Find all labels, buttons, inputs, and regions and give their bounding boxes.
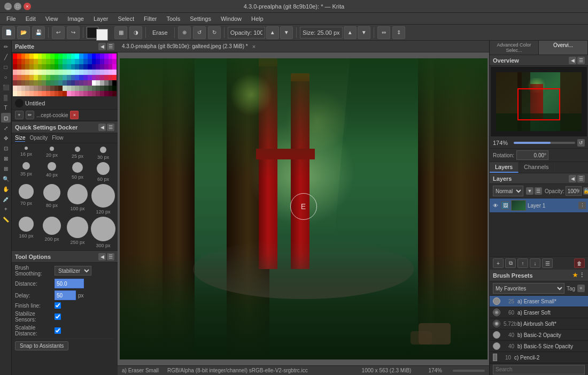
brush-tag-select[interactable]: My Favorites All Basic: [493, 283, 564, 294]
palette-cell[interactable]: [46, 86, 50, 91]
palette-collapse[interactable]: ◀: [98, 43, 106, 50]
palette-cell[interactable]: [21, 70, 26, 75]
qs-tab-flow[interactable]: Flow: [52, 134, 63, 142]
palette-cell[interactable]: [109, 75, 113, 80]
canvas-tab-close[interactable]: ×: [252, 43, 256, 50]
menu-select[interactable]: Select: [113, 14, 138, 23]
palette-cell[interactable]: [29, 75, 34, 80]
finish-line-checkbox[interactable]: [55, 302, 61, 309]
palette-cell[interactable]: [112, 70, 117, 75]
tool-line[interactable]: ╱: [1, 52, 11, 62]
palette-cell[interactable]: [58, 91, 63, 96]
palette-cell[interactable]: [67, 70, 71, 75]
palette-cell[interactable]: [34, 80, 38, 86]
palette-cell[interactable]: [75, 53, 79, 59]
palette-cell[interactable]: [100, 53, 104, 59]
palette-cell[interactable]: [17, 59, 21, 64]
layer-name[interactable]: Layer 1: [528, 203, 577, 209]
palette-cell[interactable]: [67, 80, 71, 86]
palette-cell[interactable]: [50, 86, 55, 91]
palette-cell[interactable]: [104, 75, 109, 80]
edit-brush-button[interactable]: ✏: [26, 111, 34, 119]
brush-size-20[interactable]: 20 px: [40, 146, 64, 160]
palette-cell[interactable]: [104, 91, 109, 96]
palette-cell[interactable]: [96, 75, 100, 80]
tool-move[interactable]: ✥: [1, 133, 11, 143]
palette-cell[interactable]: [17, 53, 21, 59]
palette-cell[interactable]: [100, 64, 104, 70]
palette-cell[interactable]: [100, 86, 104, 91]
palette-cell[interactable]: [38, 53, 42, 59]
palette-cell[interactable]: [83, 53, 88, 59]
palette-cell[interactable]: [75, 59, 79, 64]
brush-size-50[interactable]: 50 px: [65, 161, 90, 182]
palette-cell[interactable]: [29, 70, 34, 75]
brush-size-160[interactable]: 160 px: [14, 216, 38, 248]
add-brush-button[interactable]: +: [15, 111, 24, 119]
tool-eraser[interactable]: ◻: [1, 113, 11, 123]
palette-cell[interactable]: [104, 80, 109, 86]
palette-cell[interactable]: [46, 59, 50, 64]
qs-menu[interactable]: ☰: [107, 124, 114, 131]
palette-cell[interactable]: [109, 86, 113, 91]
opacity-input[interactable]: [228, 27, 265, 39]
palette-cell[interactable]: [88, 70, 92, 75]
palette-cell[interactable]: [58, 64, 63, 70]
tool-select-free[interactable]: ⊠: [1, 154, 11, 163]
brush-size-25[interactable]: 25 px: [65, 146, 90, 160]
palette-cell[interactable]: [34, 53, 38, 59]
menu-image[interactable]: Image: [63, 14, 88, 23]
palette-cell[interactable]: [13, 80, 17, 86]
palette-cell[interactable]: [42, 86, 46, 91]
brush-size-100[interactable]: 100 px: [65, 183, 90, 215]
palette-cell[interactable]: [79, 64, 83, 70]
opacity-down[interactable]: ▼: [280, 26, 293, 39]
palette-cell[interactable]: [13, 64, 17, 70]
palette-cell[interactable]: [79, 80, 83, 86]
palette-cell[interactable]: [13, 75, 17, 80]
redo-button[interactable]: ↪: [67, 26, 80, 39]
palette-cell[interactable]: [42, 70, 46, 75]
palette-cell[interactable]: [21, 53, 26, 59]
palette-cell[interactable]: [17, 70, 21, 75]
brush-size-300[interactable]: 300 px: [91, 216, 115, 248]
tool-option-1[interactable]: ⊕: [178, 26, 191, 39]
brush-size-200[interactable]: 200 px: [40, 216, 64, 248]
layer-item[interactable]: 👁 🖼 Layer 1 ⋮: [490, 198, 588, 213]
tool-gradient[interactable]: ▒: [1, 93, 11, 102]
palette-cell[interactable]: [50, 70, 55, 75]
menu-filter[interactable]: Filter: [140, 14, 161, 23]
palette-cell[interactable]: [58, 70, 63, 75]
palette-cell[interactable]: [75, 86, 79, 91]
palette-menu[interactable]: ☰: [107, 43, 114, 50]
palette-cell[interactable]: [63, 53, 67, 59]
layer-more-options[interactable]: ☰: [542, 258, 553, 268]
overview-content[interactable]: [491, 67, 587, 136]
tab-overview[interactable]: Overvi...: [539, 41, 588, 55]
palette-cell[interactable]: [88, 80, 92, 86]
palette-cell[interactable]: [63, 80, 67, 86]
tab-layers[interactable]: Layers: [490, 162, 519, 173]
palette-grid[interactable]: [12, 52, 118, 97]
palette-cell[interactable]: [67, 86, 71, 91]
palette-cell[interactable]: [29, 64, 34, 70]
palette-cell[interactable]: [63, 91, 67, 96]
brush-size-80[interactable]: 80 px: [40, 183, 64, 215]
palette-cell[interactable]: [29, 80, 34, 86]
palette-cell[interactable]: [50, 64, 55, 70]
palette-cell[interactable]: [13, 91, 17, 96]
qs-tab-opacity[interactable]: Opacity: [29, 134, 48, 142]
to-menu[interactable]: ☰: [107, 253, 114, 261]
palette-cell[interactable]: [79, 91, 83, 96]
distance-input[interactable]: [55, 279, 84, 288]
palette-cell[interactable]: [92, 53, 96, 59]
palette-cell[interactable]: [92, 75, 96, 80]
palette-cell[interactable]: [63, 59, 67, 64]
palette-cell[interactable]: [88, 64, 92, 70]
size-input[interactable]: [300, 27, 343, 39]
palette-cell[interactable]: [96, 64, 100, 70]
duplicate-layer-button[interactable]: ⧉: [505, 258, 516, 268]
blend-mode-select[interactable]: Normal Multiply Screen Overlay: [493, 186, 523, 196]
palette-cell[interactable]: [83, 64, 88, 70]
palette-cell[interactable]: [25, 75, 29, 80]
